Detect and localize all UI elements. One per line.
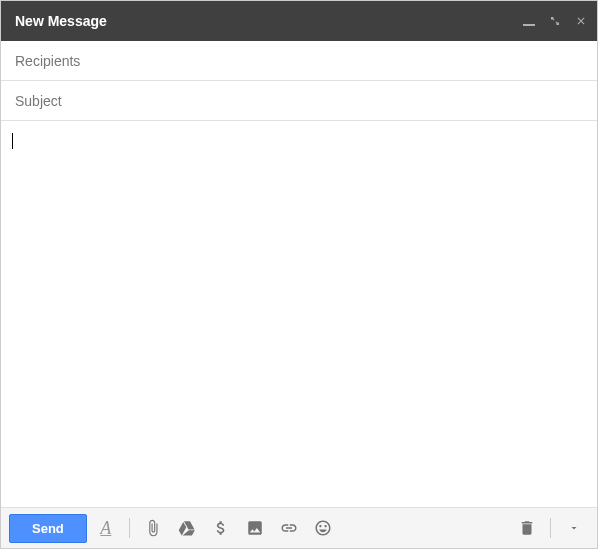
window-title: New Message	[15, 13, 107, 29]
recipients-row	[1, 41, 597, 81]
compose-header: New Message	[1, 1, 597, 41]
expand-icon	[549, 15, 561, 27]
discard-draft-button[interactable]	[512, 513, 542, 543]
compose-toolbar: Send A	[1, 507, 597, 548]
chevron-down-icon	[568, 522, 580, 534]
formatting-button[interactable]: A	[91, 513, 121, 543]
body-textarea[interactable]	[15, 133, 583, 495]
insert-emoji-button[interactable]	[308, 513, 338, 543]
trash-icon	[518, 519, 536, 537]
close-icon	[575, 15, 587, 27]
insert-link-button[interactable]	[274, 513, 304, 543]
minimize-button[interactable]	[523, 16, 535, 26]
drive-icon	[178, 519, 196, 537]
link-icon	[280, 519, 298, 537]
subject-row	[1, 81, 597, 121]
close-button[interactable]	[575, 15, 587, 27]
emoji-icon	[314, 519, 332, 537]
toolbar-divider	[129, 518, 130, 538]
recipients-input[interactable]	[15, 53, 583, 69]
minimize-icon	[523, 24, 535, 26]
format-icon: A	[100, 518, 111, 539]
toolbar-left: Send A	[9, 513, 338, 543]
send-button[interactable]: Send	[9, 514, 87, 543]
fullscreen-button[interactable]	[549, 15, 561, 27]
money-button[interactable]	[206, 513, 236, 543]
more-options-button[interactable]	[559, 513, 589, 543]
paperclip-icon	[144, 519, 162, 537]
dollar-icon	[212, 519, 230, 537]
text-cursor	[12, 133, 13, 149]
insert-photo-button[interactable]	[240, 513, 270, 543]
subject-input[interactable]	[15, 93, 583, 109]
body-area	[1, 121, 597, 507]
attach-file-button[interactable]	[138, 513, 168, 543]
image-icon	[246, 519, 264, 537]
toolbar-divider	[550, 518, 551, 538]
window-controls	[523, 15, 587, 27]
drive-button[interactable]	[172, 513, 202, 543]
toolbar-right	[512, 513, 589, 543]
